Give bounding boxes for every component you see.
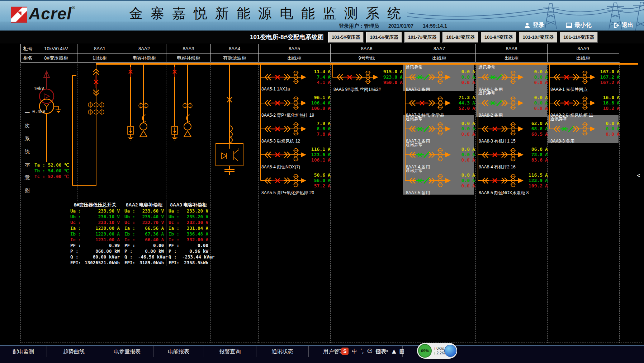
- unit-a: A: [472, 121, 477, 126]
- nav-item-3[interactable]: 电参量报表: [101, 346, 153, 357]
- feeder-symbol: [478, 173, 525, 189]
- tab-transformer-8[interactable]: 101-8#变压器: [442, 32, 478, 43]
- table-row-label: P :: [70, 248, 84, 254]
- table-title: 8AA3 电容补偿柜: [166, 202, 210, 208]
- table-row-label: Q :: [70, 254, 84, 260]
- table-row-label: Ub :: [70, 214, 84, 220]
- nav-item-1[interactable]: 配电监测: [0, 346, 47, 357]
- flow-arrow-icon: [518, 152, 524, 157]
- table-row-label: EPI:: [124, 260, 138, 266]
- arrow-up-icon[interactable]: ▲: [392, 348, 396, 354]
- phase-b-current: 68.8: [526, 126, 543, 131]
- table-row: Ic :66.40 A: [122, 237, 166, 243]
- tab-transformer-6[interactable]: 101-6#变压器: [366, 32, 402, 43]
- nav-item-5[interactable]: 报警查询: [204, 346, 256, 357]
- tab-transformer-7[interactable]: 101-7#变压器: [404, 32, 440, 43]
- emoji-face-icon[interactable]: ☺: [367, 348, 373, 354]
- feeder-symbol: [405, 147, 453, 163]
- feeder-label: 8AA9-3 备用: [550, 138, 574, 144]
- table-row-label: Uc :: [70, 220, 84, 225]
- sogou-logo-icon[interactable]: S: [341, 348, 349, 355]
- nav-item-2[interactable]: 趋势曲线: [47, 346, 101, 357]
- flow-arrow-icon: [518, 101, 524, 106]
- grid-bottom-border: [20, 343, 642, 343]
- table-row-value: 233.90 V: [84, 208, 120, 214]
- unit-c: A: [400, 80, 404, 85]
- column-separator: [210, 62, 211, 343]
- phase-a-current: 0.0: [453, 121, 470, 126]
- side-label-char: 统: [23, 148, 32, 155]
- column-separator: [642, 62, 642, 343]
- measurement-table: 8#变压器低压总开关Ua :233.90 VUb :236.10 VUc :23…: [68, 201, 122, 266]
- phase-c-current: 18.2: [598, 106, 614, 111]
- hv-voltage-label: 10kV: [34, 86, 44, 91]
- table-row-label: Ic :: [124, 237, 138, 243]
- unit-c: A: [472, 80, 477, 85]
- feeder-symbol: [261, 96, 308, 111]
- side-label-primary-system: 一次系统示意图: [23, 110, 32, 200]
- table-row-value: 67.36 A: [138, 231, 164, 237]
- feeder-branch: 通讯异常: [261, 96, 336, 119]
- unit-b: A: [472, 74, 477, 80]
- table-row-value: 233.10 V: [84, 220, 120, 225]
- phase-b-current: 106.4: [309, 100, 325, 106]
- exit-button[interactable]: 退出: [613, 22, 633, 29]
- phase-a-current: 62.8: [526, 121, 543, 126]
- browser-icon[interactable]: [444, 345, 456, 357]
- phase-a-current: 116.5: [526, 172, 543, 178]
- cabinet-no: 8AA9: [547, 44, 619, 53]
- minimize-button[interactable]: 最小化: [566, 22, 592, 29]
- feeder-label: 8AA8-1 备用: [479, 87, 503, 93]
- feeder-label: 8AA5-4 刻蚀NOX(7): [261, 164, 300, 170]
- column-separator: [77, 62, 77, 201]
- tab-transformer-9[interactable]: 101-9#变压器: [481, 32, 516, 43]
- feeder-readings: 167.0A 167.2A 167.2A: [598, 69, 621, 85]
- phase-c-current: 4.1: [309, 80, 325, 85]
- lang-chinese-icon[interactable]: 中: [352, 348, 357, 355]
- feeder-label: 8AA9-2 硅烷风机柜 11: [550, 112, 593, 118]
- table-row: PF :0.00: [166, 243, 210, 248]
- feeder-label: 8AA8-3 有机排1 15: [479, 138, 516, 144]
- toolbox-icon[interactable]: ▦: [399, 348, 404, 354]
- tab-transformer-10[interactable]: 101-10#变压器: [519, 32, 557, 43]
- tab-transformer-11[interactable]: 101-11#变压器: [560, 32, 598, 43]
- net-speed-widget[interactable]: 69% ↑ 0K/s ↓ 2.2K/s: [417, 343, 457, 359]
- feeder-branch: 通讯异常: [261, 147, 336, 171]
- cabinet-no: 8AA7: [403, 44, 475, 53]
- table-row-value: 66.56 A: [138, 225, 164, 231]
- phase-a-current: 71.3: [453, 95, 470, 100]
- nav-item-4[interactable]: 电能报表: [153, 346, 204, 357]
- column-separator: [122, 62, 122, 201]
- table-row-value: 236.10 V: [84, 214, 120, 220]
- feeder-symbol: [261, 70, 308, 85]
- table-row: Ib :336.48 A: [166, 231, 210, 237]
- unit-b: A: [328, 126, 332, 131]
- table-row: Ib :67.36 A: [122, 231, 166, 237]
- unit-c: A: [545, 157, 549, 163]
- scroll-left-hint[interactable]: <: [637, 172, 640, 179]
- punctuation-icon[interactable]: ’,: [360, 348, 364, 354]
- table-row-value: -46.56 kVar: [138, 254, 168, 260]
- table-row: P :860.00 kW: [68, 248, 122, 254]
- nav-item-6[interactable]: 通讯状态: [256, 346, 309, 357]
- phase-a-current: 116.1: [309, 146, 325, 152]
- soft-keyboard-icon[interactable]: ▤: [376, 348, 381, 354]
- user-icon: [524, 22, 530, 28]
- feeder-label: 8AA5-3 硅烷风机 12: [261, 138, 300, 144]
- table-row: Q :80.00 kVar: [68, 254, 122, 260]
- table-row: Uc :233.10 V: [68, 220, 122, 225]
- cabinet-name: 有源滤波柜: [210, 53, 258, 62]
- feeder-readings: 0.0A 0.0A 0.0A: [453, 69, 477, 85]
- table-row-value: 235.20 V: [182, 214, 208, 220]
- screenshot-icon[interactable]: ✂: [384, 348, 389, 354]
- unit-c: A: [472, 183, 477, 189]
- login-button[interactable]: 登录: [524, 22, 544, 29]
- feeder-symbol: [261, 173, 308, 189]
- side-label-char: 一: [23, 110, 32, 116]
- table-row-label: Ia :: [70, 225, 84, 231]
- tab-transformer-5[interactable]: 101-5#变压器: [328, 32, 364, 43]
- cabinet-no: 8AA4: [210, 44, 258, 53]
- table-row-value: 232.30 V: [182, 220, 208, 225]
- table-row: Ia :66.56 A: [122, 225, 166, 231]
- feeder-readings: 0.0A 0.0A 0.0A: [453, 172, 477, 189]
